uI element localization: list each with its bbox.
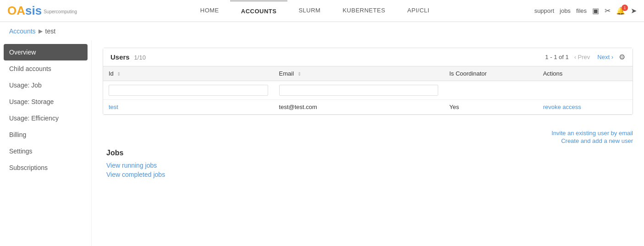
table-filter-row	[103, 81, 633, 100]
create-user-link[interactable]: Create and add a new user	[103, 137, 633, 144]
breadcrumb-separator: ▶	[39, 28, 43, 34]
filter-email-cell	[274, 81, 444, 100]
cell-id: test	[103, 100, 274, 115]
nav-slurm[interactable]: SLURM	[287, 0, 331, 21]
logo: OAsis Supercomputing	[7, 4, 77, 18]
table-row: test test@test.com Yes revoke access	[103, 100, 633, 115]
filter-email-input[interactable]	[279, 85, 439, 96]
revoke-access-link[interactable]: revoke access	[543, 104, 581, 110]
users-title: Users	[110, 53, 130, 61]
nav-right: support jobs files ▣ ✂ 🔔 1 ➤	[534, 6, 637, 15]
prev-button[interactable]: ‹ Prev	[572, 53, 592, 61]
sidebar-item-settings[interactable]: Settings	[0, 143, 91, 159]
sidebar-item-overview[interactable]: Overview	[4, 44, 88, 60]
users-count: 1/10	[134, 54, 146, 61]
tools-icon[interactable]: ✂	[605, 6, 611, 15]
login-icon[interactable]: ➤	[631, 6, 637, 15]
table-actions: Invite an existing user by email Create …	[103, 126, 633, 149]
support-link[interactable]: support	[534, 7, 554, 14]
filter-actions-cell	[538, 81, 633, 100]
col-actions: Actions	[538, 66, 633, 81]
breadcrumb-current: test	[45, 27, 56, 35]
logo-oa: OA	[7, 4, 25, 17]
jobs-link[interactable]: jobs	[560, 7, 571, 14]
users-section: Users 1/10 1 - 1 of 1 ‹ Prev Next › ⚙ Id…	[103, 48, 633, 115]
filter-coordinator-cell	[444, 81, 537, 100]
filter-id-cell	[103, 81, 274, 100]
pagination-info: 1 - 1 of 1	[545, 54, 568, 60]
col-coordinator: Is Coordinator	[444, 66, 537, 81]
sidebar-item-usage-efficiency[interactable]: Usage: Efficiency	[0, 110, 91, 126]
jobs-section: Jobs View running jobs View completed jo…	[103, 149, 633, 178]
sort-icon-id: ⇕	[117, 71, 121, 77]
sidebar-item-child-accounts[interactable]: Child accounts	[0, 60, 91, 77]
notification-icon[interactable]: 🔔 1	[616, 6, 625, 15]
jobs-links: View running jobs View completed jobs	[106, 162, 629, 178]
sidebar-item-usage-job[interactable]: Usage: Job	[0, 77, 91, 93]
nav-accounts[interactable]: ACCOUNTS	[230, 0, 288, 21]
filter-id-input[interactable]	[109, 85, 268, 96]
users-title-area: Users 1/10	[110, 53, 146, 61]
users-section-header: Users 1/10 1 - 1 of 1 ‹ Prev Next › ⚙	[103, 48, 633, 66]
view-completed-jobs-link[interactable]: View completed jobs	[106, 171, 629, 178]
window-icon[interactable]: ▣	[592, 6, 599, 15]
user-id-link[interactable]: test	[109, 104, 118, 110]
cell-action: revoke access	[538, 100, 633, 115]
sidebar-item-subscriptions[interactable]: Subscriptions	[0, 159, 91, 176]
cell-coordinator: Yes	[444, 100, 537, 115]
table-settings-icon[interactable]: ⚙	[619, 53, 625, 61]
col-id: Id ⇕	[103, 66, 274, 81]
nav-apicli[interactable]: API/CLI	[396, 0, 440, 21]
nav-kubernetes[interactable]: KUBERNETES	[331, 0, 396, 21]
notification-badge: 1	[622, 5, 628, 11]
view-running-jobs-link[interactable]: View running jobs	[106, 162, 629, 169]
sidebar-item-billing[interactable]: Billing	[0, 126, 91, 143]
main-layout: Overview Child accounts Usage: Job Usage…	[0, 40, 644, 246]
invite-user-link[interactable]: Invite an existing user by email	[103, 130, 633, 137]
breadcrumb-accounts[interactable]: Accounts	[9, 27, 36, 35]
jobs-title: Jobs	[106, 149, 629, 157]
logo-supercomputing: Supercomputing	[44, 9, 77, 14]
nav-links: HOME ACCOUNTS SLURM KUBERNETES API/CLI	[95, 0, 534, 21]
table-header-row: Id ⇕ Email ⇕ Is Coordinator Actions	[103, 66, 633, 81]
files-link[interactable]: files	[576, 7, 587, 14]
next-button[interactable]: Next ›	[595, 53, 615, 61]
sort-icon-email: ⇕	[297, 71, 301, 77]
col-email: Email ⇕	[274, 66, 444, 81]
sidebar-item-usage-storage[interactable]: Usage: Storage	[0, 93, 91, 110]
logo-sis: sis	[25, 4, 42, 17]
users-table: Id ⇕ Email ⇕ Is Coordinator Actions	[103, 66, 633, 115]
top-navigation: OAsis Supercomputing HOME ACCOUNTS SLURM…	[0, 0, 644, 22]
breadcrumb: Accounts ▶ test	[0, 22, 644, 40]
nav-home[interactable]: HOME	[189, 0, 230, 21]
pagination-controls: 1 - 1 of 1 ‹ Prev Next › ⚙	[545, 53, 625, 61]
sidebar: Overview Child accounts Usage: Job Usage…	[0, 40, 92, 246]
main-content: Users 1/10 1 - 1 of 1 ‹ Prev Next › ⚙ Id…	[92, 40, 644, 246]
cell-email: test@test.com	[274, 100, 444, 115]
